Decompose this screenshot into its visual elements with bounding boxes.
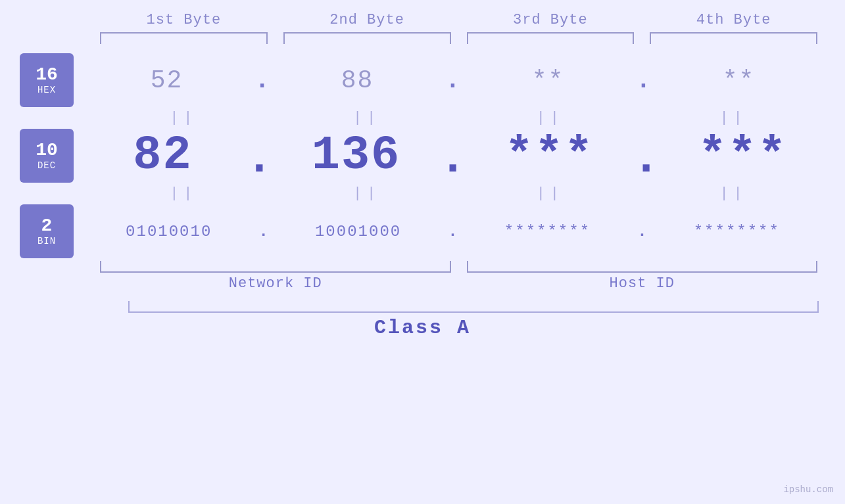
hex-values: 52 . 88 . ** . ** [80,66,825,95]
bottom-bracket-row [92,261,825,273]
byte-label-3: 3rd Byte [459,12,642,28]
hex-val-1: 52 [80,66,253,95]
hex-dot-3: . [635,66,652,95]
bin-badge-number: 2 [41,216,53,237]
id-labels-row: Network ID Host ID [92,275,825,292]
eq2-3: || [459,185,642,202]
main-container: 1st Byte 2nd Byte 3rd Byte 4th Byte 16 H… [0,0,845,504]
hex-val-3: ** [462,66,635,95]
byte-label-1: 1st Byte [92,12,276,28]
bin-values: 01010010 . 10001000 . ******** . *******… [80,223,825,241]
eq2-1: || [92,185,276,202]
hex-row: 16 HEX 52 . 88 . ** . ** [20,53,825,107]
bracket-1 [100,32,268,44]
network-bracket [100,261,451,273]
dec-badge-label: DEC [37,160,56,171]
dec-val-1: 82 [80,129,245,183]
full-bracket-row [128,301,819,313]
bin-badge: 2 BIN [20,204,74,258]
dec-badge: 10 DEC [20,129,74,183]
dec-val-3: *** [467,129,632,183]
bracket-4 [650,32,817,44]
byte-label-4: 4th Byte [642,12,825,28]
host-bracket [467,261,818,273]
dec-row: 10 DEC 82 . 136 . *** . *** [20,129,825,183]
bin-row: 2 BIN 01010010 . 10001000 . ******** . *… [20,204,825,258]
equals-row-1: || || || || [92,110,825,126]
bin-dot-1: . [257,223,269,241]
eq1-3: || [459,110,642,126]
bin-val-3: ******** [459,223,636,241]
eq2-2: || [276,185,459,202]
byte-label-2: 2nd Byte [276,12,459,28]
class-label-row: Class A [0,317,845,339]
eq1-1: || [92,110,276,126]
full-bracket [128,301,819,313]
hex-badge-number: 16 [36,65,58,85]
dec-values: 82 . 136 . *** . *** [80,129,825,183]
bin-dot-2: . [447,223,458,241]
dec-val-4: *** [660,129,825,183]
bin-val-2: 10001000 [270,223,447,241]
hex-badge-label: HEX [37,85,56,95]
bin-dot-3: . [636,223,648,241]
eq2-4: || [642,185,825,202]
dec-dot-1: . [245,135,274,183]
watermark: ipshu.com [783,484,833,495]
byte-labels-row: 1st Byte 2nd Byte 3rd Byte 4th Byte [92,0,825,28]
bin-val-4: ******** [648,223,825,241]
dec-dot-2: . [439,135,467,183]
top-bracket-row [92,32,825,44]
equals-row-2: || || || || [92,185,825,202]
hex-dot-1: . [253,66,271,95]
eq1-2: || [276,110,459,126]
network-id-label: Network ID [92,275,459,292]
hex-badge: 16 HEX [20,53,74,107]
bracket-3 [467,32,635,44]
bracket-2 [283,32,451,44]
eq1-4: || [642,110,825,126]
hex-val-4: ** [652,66,825,95]
dec-val-2: 136 [274,129,439,183]
hex-val-2: 88 [271,66,444,95]
dec-badge-number: 10 [36,141,58,161]
bin-badge-label: BIN [37,236,56,246]
dec-dot-3: . [632,135,660,183]
class-label: Class A [374,317,471,339]
bin-val-1: 01010010 [80,223,257,241]
hex-dot-2: . [444,66,462,95]
host-id-label: Host ID [459,275,826,292]
